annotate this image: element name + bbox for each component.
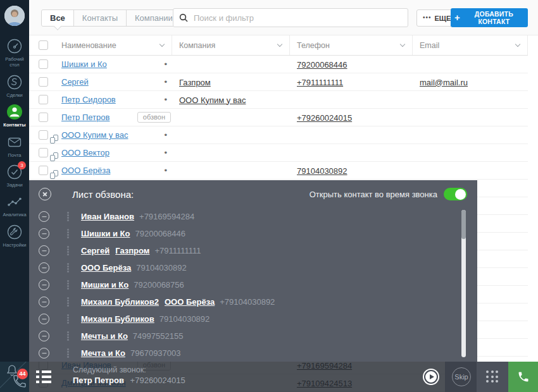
column-header-company[interactable]: Компания [172,35,290,55]
call-button[interactable] [508,362,538,392]
view-tabs: Все Контакты Компании [41,9,182,27]
call-list-contact-link[interactable]: Мечты и Ко [81,331,128,341]
call-list-contact-link[interactable]: Сергей [81,246,109,255]
chevron-down-icon[interactable] [160,42,165,47]
email-link[interactable]: mail@mail.ru [420,78,468,87]
row-checkbox[interactable] [39,95,48,104]
drag-handle-icon[interactable] [67,331,69,341]
analytics-icon [6,193,23,210]
skip-button[interactable]: Skip [452,367,471,386]
row-checkbox[interactable] [39,148,48,157]
drag-handle-icon[interactable] [67,280,69,290]
search-input[interactable] [192,13,402,23]
contact-name-link[interactable]: ООО Купим у вас [61,130,128,140]
company-icon [50,170,58,179]
drag-handle-icon[interactable] [67,246,69,255]
column-header-email[interactable]: Email [413,35,528,55]
quick-action-dot[interactable]: • [164,130,167,140]
remove-from-list-icon[interactable] [39,245,49,256]
contact-name-link[interactable]: ООО Берёза [61,166,110,175]
call-list-item: Мишки и Ко 79200068756 [29,276,477,293]
sidebar-item-contacts[interactable]: Контакты [0,104,29,128]
chevron-down-icon[interactable] [400,42,405,47]
close-icon[interactable] [39,188,51,200]
column-header-name[interactable]: Наименование [53,35,172,55]
drag-handle-icon[interactable] [67,297,69,307]
row-checkbox[interactable] [39,166,48,175]
tab[interactable]: Все [42,10,73,26]
call-list-contact-link[interactable]: Мечта и Ко [81,348,125,358]
chevron-down-icon[interactable] [515,42,520,47]
quick-action-dot[interactable]: • [164,59,167,69]
drag-handle-icon[interactable] [67,348,69,358]
quick-action-dot[interactable]: • [164,166,167,175]
call-list-phone: 79670937003 [130,348,181,358]
contact-name-link[interactable]: ООО Вектор [61,148,109,157]
contacts-icon [6,104,23,120]
sidebar-item-mail[interactable]: Почта [0,134,29,158]
tag-badge: обзвон [137,112,171,123]
remove-from-list-icon[interactable] [39,331,49,341]
scrollbar-thumb[interactable] [461,210,466,239]
remove-from-list-icon[interactable] [39,297,49,307]
remove-from-list-icon[interactable] [39,279,49,290]
column-header-phone[interactable]: Телефон [290,35,413,55]
contact-name-link[interactable]: Петр Петров [61,113,109,122]
phone-link[interactable]: 79200068446 [297,60,347,70]
contact-name-link[interactable]: Шишки и Ко [61,59,107,69]
drag-handle-icon[interactable] [67,229,69,238]
row-checkbox[interactable] [39,59,48,69]
quick-action-dot[interactable]: • [164,77,167,87]
call-list-phone: 79104030892 [136,263,187,273]
company-link[interactable]: Газпром [179,78,211,87]
call-list-header: Лист обзвона: Открыть контакт во время з… [29,180,477,208]
phone-link[interactable]: +79260024015 [297,113,352,123]
call-list-contact-link[interactable]: Михаил Бубликов [81,314,154,324]
drag-handle-icon[interactable] [67,314,69,324]
sidebar-item-desktop[interactable]: Рабочий стол [0,38,29,68]
remove-from-list-icon[interactable] [39,348,49,358]
tab[interactable]: Контакты [73,10,126,26]
remove-from-list-icon[interactable] [39,228,49,239]
crm-app: Наименование Компания Телефон Email Шишк… [0,0,538,392]
search-icon [179,13,188,22]
call-list-contact-link[interactable]: Иван Иванов [81,212,134,221]
sidebar-item-analytics[interactable]: Аналитика [0,193,29,217]
call-list-contact-link[interactable]: Мишки и Ко [81,280,128,290]
next-call-contact[interactable]: Петр Петров [73,376,124,385]
contact-name-link[interactable]: Сергей [61,77,89,87]
user-avatar[interactable] [4,6,25,26]
call-list-company-link[interactable]: ООО Берёза [165,297,215,307]
row-checkbox[interactable] [39,130,48,140]
quick-action-dot[interactable]: • [164,95,167,104]
drag-handle-icon[interactable] [67,263,69,273]
chevron-down-icon[interactable] [277,42,282,47]
sidebar-item-deals[interactable]: Сделки [0,74,29,98]
drag-handle-icon[interactable] [67,212,69,221]
quick-action-dot[interactable]: • [164,148,167,157]
select-all-checkbox[interactable] [39,40,48,50]
phone-icon [517,371,530,383]
remove-from-list-icon[interactable] [39,314,49,324]
contact-name-link[interactable]: Петр Сидоров [61,95,116,104]
add-contact-button[interactable]: + ДОБАВИТЬ КОНТАКТ [451,8,528,27]
start-calling-button[interactable] [424,370,438,384]
dialpad-section[interactable] [477,362,508,392]
remove-from-list-icon[interactable] [39,262,49,273]
call-list-contact-link[interactable]: Шишки и Ко [81,229,130,238]
company-link[interactable]: ООО Купим у вас [179,95,246,105]
call-list-company-link[interactable]: Газпром [115,246,149,255]
plus-icon: + [454,12,460,23]
remove-from-list-icon[interactable] [39,211,49,222]
scrollbar-track[interactable] [461,210,466,357]
call-list-contact-link[interactable]: ООО Берёза [81,263,131,273]
row-checkbox[interactable] [39,77,48,87]
call-list-contact-link[interactable]: Михаил Бубликов2 [81,297,159,307]
row-checkbox[interactable] [39,113,48,122]
phone-link[interactable]: 79104030892 [297,166,347,176]
phone-link[interactable]: +7911111111 [297,78,343,87]
call-list-toggle-icon[interactable] [36,370,51,384]
sidebar-item-tasks[interactable]: 3 Задачи [0,164,29,188]
open-contact-toggle[interactable] [444,188,467,200]
sidebar-item-settings[interactable]: Настройки [0,224,29,248]
